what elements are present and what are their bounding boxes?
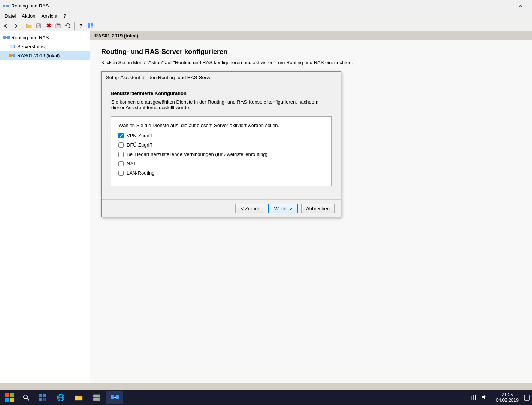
checkbox-demand-input[interactable] [118, 152, 124, 157]
toolbar-export[interactable] [86, 21, 95, 30]
wizard-content: Benutzerdefinierte Konfiguration Sie kön… [102, 83, 341, 200]
toolbar-folder[interactable] [24, 21, 33, 30]
sidebar-item-serverstatus-label: Serverstatus [17, 44, 45, 50]
taskbar-taskmgr[interactable] [34, 391, 51, 404]
svg-marker-11 [66, 25, 67, 26]
svg-point-42 [98, 395, 100, 397]
window-controls: ─ □ ✕ [476, 0, 529, 12]
toolbar-refresh[interactable] [63, 21, 72, 30]
svg-rect-24 [13, 54, 15, 57]
close-button[interactable]: ✕ [512, 0, 529, 12]
svg-rect-33 [43, 394, 46, 397]
content-body: Routing- und RAS-Server konfigurieren Kl… [90, 40, 532, 225]
minimize-button[interactable]: ─ [476, 0, 493, 12]
svg-rect-13 [91, 23, 93, 26]
checkbox-vpn-label: VPN-Zugriff [127, 133, 152, 138]
start-button[interactable] [1, 391, 18, 404]
checkbox-dfu-label: DFÜ-Zugriff [127, 142, 152, 148]
page-description: Klicken Sie im Menü "Aktion" auf "Routin… [101, 60, 393, 65]
svg-rect-34 [39, 398, 42, 401]
clock-date: 04.02.2019 [496, 398, 519, 403]
wizard-dialog: Setup-Assistent für den Routing- und RAS… [101, 71, 341, 218]
toolbar-help[interactable]: ? [76, 21, 85, 30]
toolbar-save[interactable] [34, 21, 43, 30]
svg-point-30 [24, 395, 27, 399]
checkbox-nat: NAT [118, 161, 324, 166]
svg-rect-48 [471, 396, 472, 400]
sidebar: Routing und RAS Serverstatus RAS01-201 [0, 32, 90, 390]
checkbox-dfu: DFÜ-Zugriff [118, 142, 324, 148]
notification-button[interactable] [523, 391, 531, 404]
svg-rect-50 [475, 394, 476, 400]
svg-rect-29 [10, 398, 14, 402]
svg-point-43 [98, 399, 100, 400]
sidebar-item-ras01[interactable]: RAS01-2019 (lokal) [0, 51, 90, 60]
maximize-button[interactable]: □ [494, 0, 511, 12]
checkbox-lan-label: LAN-Routing [127, 170, 154, 176]
svg-text:e: e [58, 394, 60, 398]
toolbar-back[interactable] [1, 21, 10, 30]
svg-line-31 [27, 398, 29, 400]
serverstatus-icon [9, 43, 16, 50]
main-area: Routing und RAS Serverstatus RAS01-201 [0, 32, 532, 390]
title-bar: Routing und RAS ─ □ ✕ [0, 0, 532, 12]
toolbar-sep1 [22, 22, 22, 30]
checkbox-dfu-input[interactable] [118, 142, 124, 148]
checkbox-demand: Bei Bedarf herzustellende Verbindungen (… [118, 152, 324, 157]
taskbar: e [0, 390, 532, 405]
taskbar-clock[interactable]: 21:25 04.02.2019 [493, 392, 522, 404]
tray-network-icon[interactable] [469, 393, 478, 402]
svg-rect-5 [37, 24, 39, 26]
sidebar-item-root[interactable]: Routing und RAS [0, 33, 90, 42]
wizard-title: Setup-Assistent für den Routing- und RAS… [102, 72, 341, 83]
checkbox-nat-input[interactable] [118, 161, 124, 166]
clock-time: 21:25 [496, 392, 519, 398]
toolbar-props[interactable] [54, 21, 63, 30]
content-header: RAS01-2019 (lokal) [90, 32, 532, 40]
taskbar-routing[interactable] [106, 391, 123, 404]
menu-hilfe[interactable]: ? [60, 12, 69, 20]
cancel-button[interactable]: Abbrechen [301, 204, 335, 213]
wizard-footer: < Zurück Weiter > Abbrechen [102, 200, 341, 217]
toolbar-sep2 [74, 22, 75, 30]
sidebar-item-root-label: Routing und RAS [11, 35, 49, 40]
svg-rect-32 [39, 394, 42, 397]
sidebar-item-ras01-label: RAS01-2019 (lokal) [17, 53, 60, 58]
svg-rect-28 [5, 398, 9, 402]
tray-sound-icon[interactable] [480, 393, 489, 402]
svg-rect-12 [88, 23, 90, 26]
taskbar-ie[interactable]: e [52, 391, 69, 404]
toolbar-forward[interactable] [11, 21, 20, 30]
wizard-services-box: Wählen Sie die Dienste aus, die auf dies… [111, 116, 332, 186]
content-pane: RAS01-2019 (lokal) Routing- und RAS-Serv… [90, 32, 532, 390]
checkbox-lan-input[interactable] [118, 171, 124, 176]
svg-rect-49 [473, 395, 474, 400]
services-prompt: Wählen Sie die Dienste aus, die auf dies… [118, 123, 324, 128]
checkbox-lan: LAN-Routing [118, 170, 324, 176]
svg-rect-8 [57, 24, 60, 25]
back-button[interactable]: < Zurück [235, 204, 265, 213]
menu-aktion[interactable]: Aktion [19, 12, 38, 20]
toolbar-delete[interactable]: ✖ [44, 21, 53, 30]
checkbox-demand-label: Bei Bedarf herzustellende Verbindungen (… [127, 152, 267, 157]
svg-rect-26 [5, 393, 9, 397]
svg-rect-45 [116, 395, 119, 399]
status-bar [0, 382, 532, 390]
window-title: Routing und RAS [11, 3, 476, 9]
svg-rect-0 [3, 4, 5, 8]
wizard-section-title: Benutzerdefinierte Konfiguration [111, 90, 332, 96]
search-taskbar[interactable] [19, 391, 33, 404]
svg-rect-15 [91, 26, 93, 28]
taskbar-explorer[interactable] [70, 391, 87, 404]
sidebar-item-serverstatus[interactable]: Serverstatus [0, 42, 90, 51]
next-button[interactable]: Weiter > [268, 204, 298, 213]
checkbox-vpn-input[interactable] [118, 133, 124, 138]
routing-ras-icon [3, 34, 10, 41]
taskbar-server[interactable] [88, 391, 105, 404]
menu-datei[interactable]: Datei [1, 12, 19, 20]
menu-ansicht[interactable]: Ansicht [39, 12, 61, 20]
checkbox-vpn: VPN-Zugriff [118, 133, 324, 138]
toolbar: ✖ ? [0, 20, 532, 32]
page-title: Routing- und RAS-Server konfigurieren [101, 48, 521, 56]
svg-rect-27 [10, 393, 14, 397]
